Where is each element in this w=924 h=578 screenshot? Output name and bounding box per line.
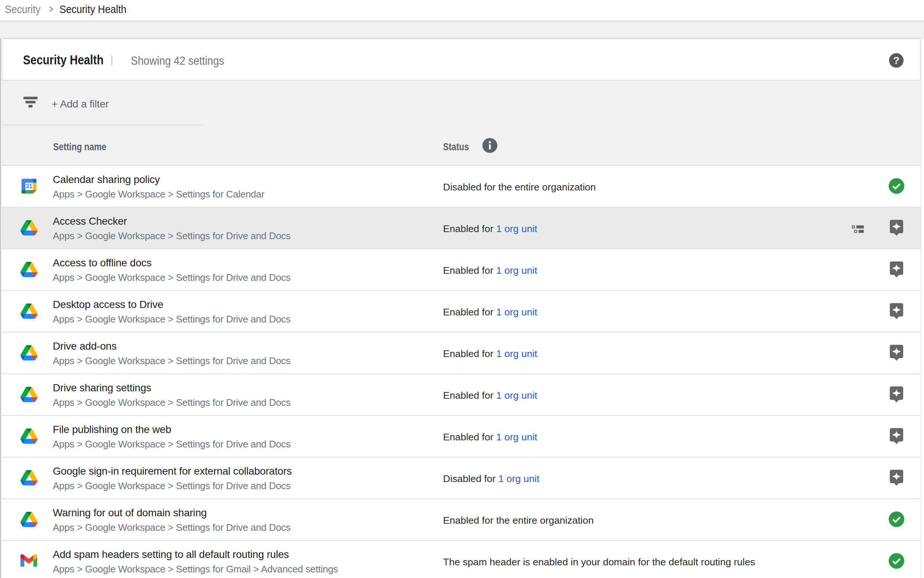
svg-text:?: ? — [893, 55, 900, 66]
svg-text:31: 31 — [26, 183, 32, 189]
